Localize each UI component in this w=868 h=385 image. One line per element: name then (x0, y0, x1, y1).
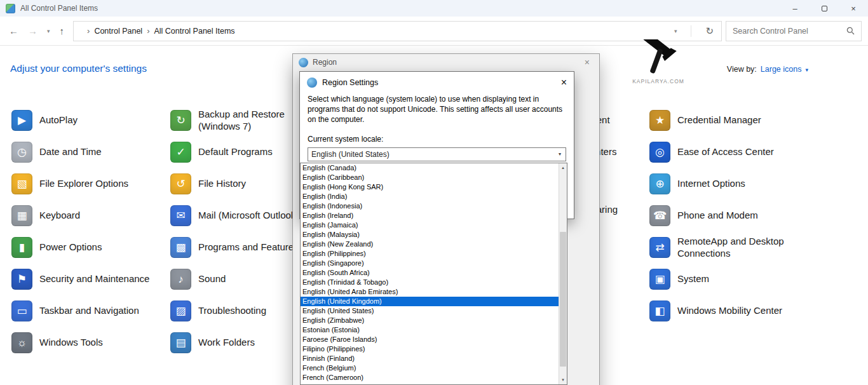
control-panel-item-remoteapp-and-desktop-connections[interactable]: ⇄RemoteApp and Desktop Connections (649, 231, 802, 263)
locale-option-french-cameroon[interactable]: French (Cameroon) (301, 373, 559, 382)
region-settings-title: Region Settings (322, 78, 378, 87)
locale-option-english-india[interactable]: English (India) (301, 192, 559, 201)
item-label: System (677, 273, 789, 285)
control-panel-item-system[interactable]: ▣System (649, 263, 802, 295)
locale-options: English (Canada)English (Caribbean)Engli… (301, 163, 559, 385)
locale-option-english-malaysia[interactable]: English (Malaysia) (301, 230, 559, 240)
sound-icon: ♪ (170, 269, 191, 290)
system-icon: ▣ (649, 269, 670, 290)
autoplay-icon: ▶ (11, 110, 32, 131)
item-label: Taskbar and Navigation (39, 304, 151, 317)
hammer-icon (632, 39, 685, 75)
control-panel-item-windows-mobility-center[interactable]: ◧Windows Mobility Center (649, 295, 802, 327)
security-and-maintenance-icon: ⚑ (11, 269, 32, 290)
phone-and-modem-icon: ☎ (649, 205, 670, 226)
locale-option-english-zimbabwe[interactable]: English (Zimbabwe) (301, 316, 559, 325)
locale-option-english-hong-kong-sar[interactable]: English (Hong Kong SAR) (301, 182, 559, 192)
region-settings-body: Select which language (system locale) to… (300, 93, 574, 161)
control-panel-item-file-explorer-options[interactable]: ▧File Explorer Options (11, 168, 164, 199)
locale-option-french-belgium[interactable]: French (Belgium) (301, 363, 559, 373)
locale-option-english-new-zealand[interactable]: English (New Zealand) (301, 240, 559, 249)
item-label: Internet Options (677, 177, 789, 190)
watermark: KAPILARYA.COM (628, 39, 689, 84)
locale-option-english-singapore[interactable]: English (Singapore) (301, 259, 559, 268)
control-panel-item-autoplay[interactable]: ▶AutoPlay (11, 104, 164, 136)
dropdown-scrollbar[interactable]: ▴ ▾ (559, 163, 567, 384)
system-locale-combobox-value: English (United States) (311, 150, 390, 159)
item-label: Windows Mobility Center (677, 304, 789, 317)
region-settings-titlebar: Region Settings × (300, 72, 574, 93)
locale-option-english-caribbean[interactable]: English (Caribbean) (301, 173, 559, 182)
backup-and-restore-icon: ↻ (170, 110, 191, 131)
control-panel-item-power-options[interactable]: ▮Power Options (11, 231, 164, 263)
item-label: Security and Maintenance (39, 273, 151, 285)
keyboard-icon: ▦ (11, 205, 32, 226)
locale-option-english-trinidad-tobago[interactable]: English (Trinidad & Tobago) (301, 278, 559, 287)
troubleshooting-icon: ▨ (170, 301, 191, 321)
item-label: Ease of Access Center (677, 145, 789, 158)
internet-options-icon: ⊕ (649, 173, 670, 194)
locale-option-filipino-philippines[interactable]: Filipino (Philippines) (301, 344, 559, 354)
windows-tools-icon: ☼ (11, 332, 32, 353)
control-panel-item-keyboard[interactable]: ▦Keyboard (11, 199, 164, 231)
control-panel-item-credential-manager[interactable]: ★Credential Manager (649, 104, 802, 136)
control-panel-item-taskbar-and-navigation[interactable]: ▭Taskbar and Navigation (11, 295, 164, 327)
ease-of-access-icon: ◎ (649, 142, 670, 163)
locale-option-english-south-africa[interactable]: English (South Africa) (301, 268, 559, 278)
region-settings-close-button[interactable]: × (548, 77, 567, 88)
watermark-text: KAPILARYA.COM (628, 78, 689, 84)
control-panel-item-windows-tools[interactable]: ☼Windows Tools (11, 327, 164, 358)
scroll-down-button[interactable]: ▾ (559, 375, 567, 384)
control-panel-item-date-and-time[interactable]: ◷Date and Time (11, 136, 164, 168)
power-options-icon: ▮ (11, 237, 32, 258)
item-label: Windows Tools (39, 336, 151, 349)
control-panel-item-internet-options[interactable]: ⊕Internet Options (649, 168, 802, 199)
control-panel-item-phone-and-modem[interactable]: ☎Phone and Modem (649, 199, 802, 231)
locale-option-english-united-kingdom[interactable]: English (United Kingdom) (301, 297, 559, 306)
locale-option-english-ireland[interactable]: English (Ireland) (301, 211, 559, 220)
region-settings-icon (307, 78, 317, 88)
combobox-caret-icon: ▾ (559, 151, 561, 157)
region-dialog-title: Region (313, 58, 337, 67)
item-label: Date and Time (39, 145, 151, 158)
locale-option-english-philippines[interactable]: English (Philippines) (301, 249, 559, 259)
locale-option-french-canada[interactable]: French (Canada) (301, 382, 559, 385)
locale-dropdown-list: English (Canada)English (Caribbean)Engli… (300, 163, 567, 385)
work-folders-icon: ▤ (170, 332, 191, 353)
locale-option-finnish-finland[interactable]: Finnish (Finland) (301, 354, 559, 363)
programs-and-features-icon: ▩ (170, 237, 191, 258)
item-label: File Explorer Options (39, 177, 151, 190)
locale-option-estonian-estonia[interactable]: Estonian (Estonia) (301, 325, 559, 335)
item-label: Keyboard (39, 209, 151, 222)
region-dialog-close-button[interactable]: × (581, 57, 593, 67)
item-label: Power Options (39, 241, 151, 253)
file-explorer-options-icon: ▧ (11, 173, 32, 194)
date-and-time-icon: ◷ (11, 142, 32, 163)
locale-option-english-united-states[interactable]: English (United States) (301, 306, 559, 316)
default-programs-icon: ✓ (170, 142, 191, 163)
credential-manager-icon: ★ (649, 110, 670, 131)
system-locale-combobox[interactable]: English (United States) ▾ (308, 147, 566, 161)
locale-option-faroese-faroe-islands[interactable]: Faroese (Faroe Islands) (301, 335, 559, 344)
taskbar-icon: ▭ (11, 301, 32, 321)
file-history-icon: ↺ (170, 173, 191, 194)
region-dialog-icon (299, 58, 308, 67)
mail-icon: ✉ (170, 205, 191, 226)
locale-option-english-united-arab-emirates[interactable]: English (United Arab Emirates) (301, 287, 559, 297)
control-panel-item-ease-of-access-center[interactable]: ◎Ease of Access Center (649, 136, 802, 168)
locale-option-english-canada[interactable]: English (Canada) (301, 163, 559, 173)
item-label: AutoPlay (39, 114, 151, 126)
region-dialog-titlebar: Region × (293, 54, 599, 71)
locale-option-english-jamaica[interactable]: English (Jamaica) (301, 220, 559, 230)
item-label: Credential Manager (677, 114, 789, 126)
region-settings-description: Select which language (system locale) to… (308, 95, 566, 125)
scroll-up-button[interactable]: ▴ (559, 163, 567, 172)
scrollbar-thumb[interactable] (560, 232, 566, 367)
mobility-center-icon: ◧ (649, 301, 670, 321)
control-panel-item-security-and-maintenance[interactable]: ⚑Security and Maintenance (11, 263, 164, 295)
item-label: RemoteApp and Desktop Connections (677, 235, 789, 260)
locale-option-english-indonesia[interactable]: English (Indonesia) (301, 201, 559, 211)
current-system-locale-label: Current system locale: (308, 135, 566, 144)
remoteapp-icon: ⇄ (649, 237, 670, 258)
item-label: Phone and Modem (677, 209, 789, 222)
